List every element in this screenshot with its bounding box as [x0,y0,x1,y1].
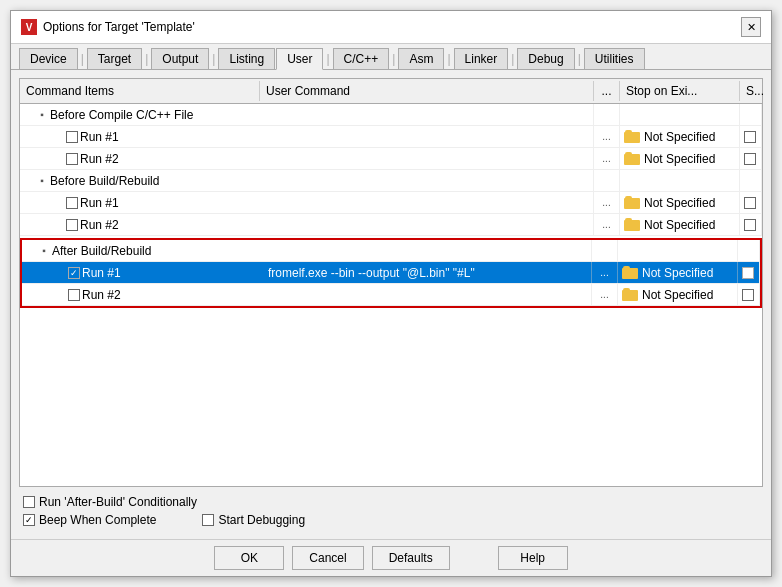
input-bc-run2[interactable] [264,151,589,167]
help-button[interactable]: Help [498,546,568,570]
row-ab-run1[interactable]: Run #1 ... Not Specified [22,262,760,284]
option-row-beep: Beep When Complete Start Debugging [23,513,759,527]
checkbox2-bb-run2[interactable] [744,219,756,231]
expand-icon-before-build[interactable]: ▪ [36,175,48,187]
expand-spacer [52,131,64,143]
tab-listing[interactable]: Listing [218,48,275,70]
checkbox2-ab-run2[interactable] [742,289,754,301]
notspec-ab-run1: Not Specified [618,262,738,283]
dots-bc-run1[interactable]: ... [594,126,620,147]
tab-asm[interactable]: Asm [398,48,444,70]
check-ab-run1[interactable] [738,262,760,283]
tab-device[interactable]: Device [19,48,78,70]
table-header: Command Items User Command ... Stop on E… [20,79,762,104]
checkbox-bc-run2[interactable] [66,153,78,165]
checkbox2-bc-run1[interactable] [744,131,756,143]
input-ab-run1[interactable] [266,265,587,281]
ok-button[interactable]: OK [214,546,284,570]
section-header-before-compile[interactable]: ▪ Before Compile C/C++ File [20,104,762,126]
folder-icon-ab-run1 [622,266,638,279]
check-bc-run1[interactable] [740,126,762,147]
cell-bc-run2-cmd[interactable] [260,148,594,169]
notspec-label-bb-run2: Not Specified [644,218,715,232]
content-area: Command Items User Command ... Stop on E… [11,70,771,539]
tab-user[interactable]: User [276,48,323,70]
tab-utilities[interactable]: Utilities [584,48,645,70]
label-ab-run1: Run #1 [82,266,121,280]
label-bb-run2: Run #2 [80,218,119,232]
tab-debug[interactable]: Debug [517,48,574,70]
defaults-button[interactable]: Defaults [372,546,450,570]
checkbox-run-after-build[interactable] [23,496,35,508]
dots-bb-run2[interactable]: ... [594,214,620,235]
dots-bc-run2[interactable]: ... [594,148,620,169]
checkbox2-bc-run2[interactable] [744,153,756,165]
checkbox-beep[interactable] [23,514,35,526]
row-bc-run2[interactable]: Run #2 ... Not Specified [20,148,762,170]
expand-spacer2 [52,153,64,165]
notspec-bb-run2: Not Specified [620,214,740,235]
checkbox2-bb-run1[interactable] [744,197,756,209]
cell-bc-run1-cmd[interactable] [260,126,594,147]
input-bc-run1[interactable] [264,129,589,145]
checkbox-bb-run1[interactable] [66,197,78,209]
folder-icon-bc-run1 [624,130,640,143]
section-label-before-compile: Before Compile C/C++ File [50,108,193,122]
tab-output[interactable]: Output [151,48,209,70]
input-bb-run1[interactable] [264,195,589,211]
checkbox-bc-run1[interactable] [66,131,78,143]
expand-icon-before-compile[interactable]: ▪ [36,109,48,121]
beep-label[interactable]: Beep When Complete [23,513,156,527]
main-panel: Command Items User Command ... Stop on E… [19,78,763,487]
beep-text: Beep When Complete [39,513,156,527]
expand-icon-after-build[interactable]: ▪ [38,245,50,257]
input-bb-run2[interactable] [264,217,589,233]
tab-cpp[interactable]: C/C++ [333,48,390,70]
row-bb-run1[interactable]: Run #1 ... Not Specified [20,192,762,214]
check-bc-run2[interactable] [740,148,762,169]
section-header-after-build[interactable]: ▪ After Build/Rebuild [22,240,760,262]
footer: OK Cancel Defaults Help [11,539,771,576]
check-ab-run2[interactable] [738,284,760,305]
section-header-before-build[interactable]: ▪ Before Build/Rebuild [20,170,762,192]
cell-ab-run1-cmd[interactable] [262,262,592,283]
check-bb-run2[interactable] [740,214,762,235]
check-bb-run1[interactable] [740,192,762,213]
start-debug-label[interactable]: Start Debugging [202,513,305,527]
row-bc-run1[interactable]: Run #1 ... Not Specified [20,126,762,148]
title-bar: V Options for Target 'Template' ✕ [11,11,771,44]
row-bb-run2[interactable]: Run #2 ... Not Specified [20,214,762,236]
checkbox-ab-run1[interactable] [68,267,80,279]
label-ab-run2: Run #2 [82,288,121,302]
dots-ab-run2[interactable]: ... [592,284,618,305]
checkbox-bb-run2[interactable] [66,219,78,231]
notspec-label-bc-run2: Not Specified [644,152,715,166]
cell-empty3 [740,104,762,125]
dots-bb-run1[interactable]: ... [594,192,620,213]
option-row-run-after: Run 'After-Build' Conditionally [23,495,759,509]
cell-bb-run1-cmd[interactable] [260,192,594,213]
row-ab-run2[interactable]: Run #2 ... Not Specified [22,284,760,306]
checkbox-start-debug[interactable] [202,514,214,526]
tab-linker[interactable]: Linker [454,48,509,70]
label-bb-run1: Run #1 [80,196,119,210]
checkbox2-ab-run1[interactable] [742,267,754,279]
cancel-button[interactable]: Cancel [292,546,363,570]
expand-spacer5 [54,267,66,279]
col-command-items: Command Items [20,81,260,101]
col-user-command: User Command [260,81,594,101]
cell-ab-run2-cmd[interactable] [262,284,592,305]
tabs-bar: Device | Target | Output | Listing User … [11,44,771,70]
cell-bb-run2-cmd[interactable] [260,214,594,235]
section-before-compile: ▪ Before Compile C/C++ File Run [20,104,762,170]
dialog-title: Options for Target 'Template' [43,20,195,34]
dots-ab-run1[interactable]: ... [592,262,618,283]
run-after-build-label[interactable]: Run 'After-Build' Conditionally [23,495,197,509]
input-ab-run2[interactable] [266,287,587,303]
expand-spacer6 [54,289,66,301]
checkbox-ab-run2[interactable] [68,289,80,301]
close-button[interactable]: ✕ [741,17,761,37]
notspec-bc-run2: Not Specified [620,148,740,169]
tab-target[interactable]: Target [87,48,142,70]
bottom-options: Run 'After-Build' Conditionally Beep Whe… [19,487,763,531]
